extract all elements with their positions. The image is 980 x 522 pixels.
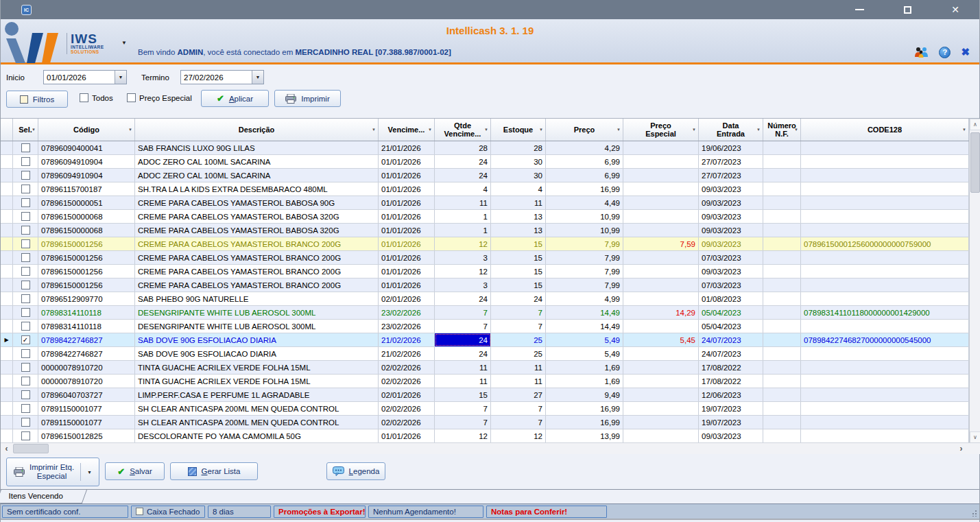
select-cell[interactable]	[13, 224, 38, 237]
cell-estoque[interactable]: 24	[491, 292, 546, 305]
cell-estoque[interactable]: 15	[491, 265, 546, 278]
cell-descricao[interactable]: LIMP.PERF.CASA E PERFUME 1L AGRADABLE	[135, 388, 379, 401]
cell-preco[interactable]: 10,99	[546, 210, 623, 223]
table-row[interactable]: 07896150000068CREME PARA CABELOS YAMASTE…	[1, 210, 969, 224]
cell-vencimento[interactable]: 01/01/2026	[379, 155, 435, 168]
row-checkbox[interactable]	[21, 239, 30, 248]
cell-vencimento[interactable]: 01/01/2026	[379, 196, 435, 209]
preco-especial-checkbox-box[interactable]	[127, 93, 136, 102]
inicio-date-value[interactable]: 01/01/2026	[44, 73, 115, 82]
cell-preco[interactable]: 16,99	[546, 182, 623, 195]
cell-numero-nf[interactable]	[763, 265, 801, 278]
cell-descricao[interactable]: DESENGRIPANTE WHITE LUB AEROSOL 300ML	[135, 306, 379, 319]
cell-vencimento[interactable]: 01/01/2026	[379, 224, 435, 237]
cell-preco[interactable]: 13,99	[546, 429, 623, 442]
focused-cell[interactable]: 24	[435, 333, 491, 346]
cell-codigo[interactable]: 07896150000068	[38, 224, 135, 237]
select-cell[interactable]	[13, 402, 38, 415]
cell-preco[interactable]: 4,29	[546, 141, 623, 154]
aplicar-button[interactable]: ✔ Aplicar	[201, 90, 269, 107]
preco-especial-checkbox[interactable]: Preço Especial	[127, 93, 192, 102]
table-row[interactable]: 07898314110118DESENGRIPANTE WHITE LUB AE…	[1, 306, 969, 320]
cell-code128[interactable]	[801, 169, 969, 182]
table-row[interactable]: 07896150001256CREME PARA CABELOS YAMASTE…	[1, 265, 969, 278]
cell-descricao[interactable]: SAB FRANCIS LUXO 90G LILAS	[135, 141, 379, 154]
cell-numero-nf[interactable]	[763, 292, 801, 305]
cell-data-entrada[interactable]: 09/03/2023	[699, 224, 763, 237]
cell-qtde-vencimento[interactable]: 24	[435, 347, 491, 360]
cell-preco[interactable]: 7,99	[546, 265, 623, 278]
cell-codigo[interactable]: 07898314110118	[38, 320, 135, 333]
cell-descricao[interactable]: CREME PARA CABELOS YAMASTEROL BABOSA 320…	[135, 210, 379, 223]
select-cell[interactable]	[13, 251, 38, 264]
cell-preco-especial[interactable]	[623, 361, 699, 374]
cell-numero-nf[interactable]	[763, 141, 801, 154]
cell-preco-especial[interactable]	[623, 182, 699, 195]
cell-data-entrada[interactable]: 09/03/2023	[699, 210, 763, 223]
cell-vencimento[interactable]: 21/02/2026	[379, 333, 435, 346]
cell-code128[interactable]	[801, 375, 969, 388]
row-checkbox[interactable]	[21, 294, 30, 303]
inicio-dropdown-icon[interactable]: ▼	[115, 71, 126, 84]
todos-checkbox-box[interactable]	[80, 93, 88, 102]
cell-numero-nf[interactable]	[763, 429, 801, 442]
cell-vencimento[interactable]: 02/02/2026	[379, 416, 435, 429]
cell-codigo[interactable]: 07896150000051	[38, 196, 135, 209]
cell-preco-especial[interactable]	[623, 429, 699, 442]
cell-codigo[interactable]: 07896115700187	[38, 182, 135, 195]
cell-numero-nf[interactable]	[763, 224, 801, 237]
status-promocoes-alert[interactable]: Promoções à Exportar!	[274, 506, 366, 518]
cell-code128[interactable]	[801, 182, 969, 195]
row-checkbox[interactable]	[21, 226, 30, 235]
cell-numero-nf[interactable]	[763, 402, 801, 415]
maximize-button[interactable]	[883, 0, 931, 19]
cell-estoque[interactable]: 12	[491, 429, 546, 442]
cell-preco-especial[interactable]	[623, 347, 699, 360]
caixa-fechado-checkbox[interactable]	[136, 508, 143, 515]
cell-codigo[interactable]: 07896150012825	[38, 429, 135, 442]
cell-preco-especial[interactable]	[623, 320, 699, 333]
cell-preco-especial[interactable]: 5,45	[623, 333, 699, 346]
row-checkbox[interactable]	[21, 377, 30, 385]
cell-qtde-vencimento[interactable]: 11	[435, 196, 491, 209]
cell-qtde-vencimento[interactable]: 15	[435, 388, 491, 401]
cell-descricao[interactable]: CREME PARA CABELOS YAMASTEROL BABOSA 320…	[135, 224, 379, 237]
cell-vencimento[interactable]: 23/02/2026	[379, 320, 435, 333]
table-row[interactable]: 07896040703727LIMP.PERF.CASA E PERFUME 1…	[1, 388, 969, 402]
resize-grip-icon[interactable]	[970, 510, 977, 517]
cell-codigo[interactable]: 07896512909770	[38, 292, 135, 305]
cell-estoque[interactable]: 4	[491, 182, 546, 195]
table-row[interactable]: 07896512909770SAB PHEBO 90G NATURELLE02/…	[1, 292, 969, 306]
table-row[interactable]: 07896150001256CREME PARA CABELOS YAMASTE…	[1, 278, 969, 292]
cell-preco[interactable]: 1,69	[546, 375, 623, 388]
cell-qtde-vencimento[interactable]: 24	[435, 169, 491, 182]
cell-preco-especial[interactable]	[623, 292, 699, 305]
row-checkbox[interactable]	[21, 185, 30, 193]
cell-estoque[interactable]: 28	[491, 141, 546, 154]
column-header-preco-especial[interactable]: PreçoEspecial▼	[623, 119, 699, 141]
cell-code128[interactable]	[801, 388, 969, 401]
column-header-code128[interactable]: CODE128▼	[801, 119, 969, 141]
select-cell[interactable]	[13, 306, 38, 319]
row-checkbox[interactable]	[21, 390, 30, 399]
cell-data-entrada[interactable]: 27/07/2023	[699, 155, 763, 168]
cell-qtde-vencimento[interactable]: 12	[435, 265, 491, 278]
cell-vencimento[interactable]: 02/02/2026	[379, 375, 435, 388]
cell-preco[interactable]: 7,99	[546, 278, 623, 292]
table-row[interactable]: 07896150000068CREME PARA CABELOS YAMASTE…	[1, 224, 969, 237]
table-row[interactable]: 07896150000051CREME PARA CABELOS YAMASTE…	[1, 196, 969, 210]
close-button[interactable]: ✕	[931, 0, 979, 19]
cell-numero-nf[interactable]	[763, 416, 801, 429]
cell-qtde-vencimento[interactable]: 12	[435, 429, 491, 442]
column-header-codigo[interactable]: Código▼	[38, 119, 135, 141]
cell-preco-especial[interactable]	[623, 375, 699, 388]
table-row[interactable]: 00000078910720TINTA GUACHE ACRILEX VERDE…	[1, 375, 969, 388]
cell-vencimento[interactable]: 21/02/2026	[379, 347, 435, 360]
logo-dropdown-icon[interactable]: ▼	[121, 40, 127, 46]
cell-estoque[interactable]: 11	[491, 375, 546, 388]
cell-descricao[interactable]: DESENGRIPANTE WHITE LUB AEROSOL 300ML	[135, 320, 379, 333]
select-cell[interactable]	[13, 292, 38, 305]
row-checkbox[interactable]	[21, 198, 30, 207]
cell-qtde-vencimento[interactable]: 3	[435, 278, 491, 292]
vertical-scrollbar-thumb[interactable]	[970, 132, 980, 193]
